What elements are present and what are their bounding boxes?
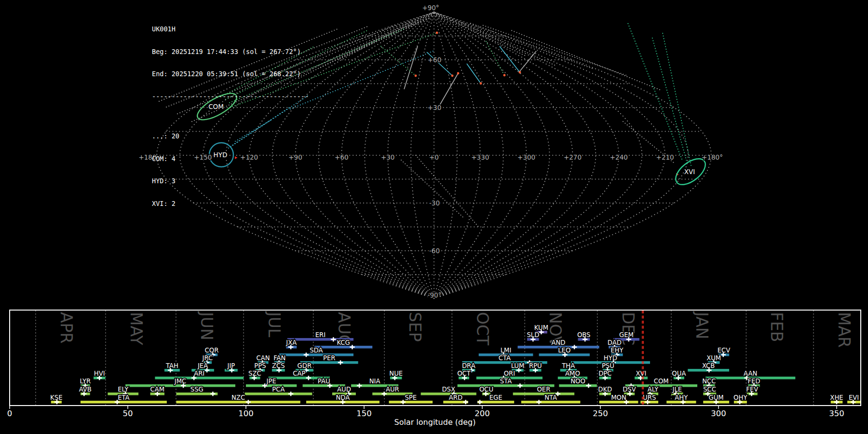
shower-label-dra: DRA [462, 362, 475, 369]
lat-label: -30 [429, 199, 440, 207]
lon-label: +300 [517, 153, 535, 161]
shower-bar-ege [477, 401, 514, 404]
header-separator: ---------------------------------------- [152, 93, 309, 101]
meteor-track [404, 46, 418, 89]
shower-label-nia: NIA [369, 378, 380, 385]
end-time: End: 20251220 05:39:51 (sol = 268.22°) [152, 70, 309, 78]
shower-bar-noo [559, 384, 597, 387]
meteor-track-endpoint [503, 74, 506, 77]
shower-label-ohy: OHY [733, 394, 747, 401]
lat-label: -60 [429, 247, 440, 255]
shower-label-scc: SCC [703, 386, 716, 393]
meteor-track [401, 160, 464, 218]
shower-label-dsx: DSX [442, 386, 455, 393]
shower-label-pau: PAU [318, 378, 330, 385]
peak-marker-ard [463, 400, 468, 404]
count-com: COM: 4 [152, 155, 309, 163]
shower-bar-mon [599, 401, 638, 404]
shower-bar-nta [521, 401, 581, 404]
peak-marker-pca [288, 392, 293, 396]
shower-bar-jmc [125, 384, 235, 387]
shower-label-avb: AVB [79, 386, 92, 393]
shower-bar-pca [245, 393, 312, 395]
shower-label-nta: NTA [544, 394, 557, 401]
month-label-jan: JAN [692, 311, 711, 339]
shower-bar-spe [389, 401, 433, 404]
meteor-track-endpoint [457, 72, 460, 75]
count-xvi: XVI: 2 [152, 200, 309, 208]
meteor-track [299, 21, 412, 78]
peak-marker-sta [517, 383, 522, 388]
shower-label-noo: NOO [570, 378, 585, 385]
meteor-track [628, 23, 682, 159]
shower-label-sda: SDA [310, 347, 323, 354]
lon-label: +0 [429, 153, 439, 161]
shower-label-tah: TAH [165, 362, 178, 369]
radiant-plot-page: UK001H Beg: 20251219 17:44:33 (sol = 267… [0, 0, 868, 434]
peak-marker-nzc [246, 400, 251, 404]
pole-label-south: -90° [428, 291, 442, 299]
month-label-sep: SEP [406, 312, 424, 342]
shower-bar-jpe [246, 384, 297, 387]
month-label-mar: MAR [835, 312, 854, 348]
shower-label-ely: ELY [118, 386, 129, 393]
shower-label-cor: COR [205, 347, 219, 354]
x-tick-label: 350 [829, 409, 844, 418]
lon-label: +210 [656, 153, 674, 161]
meteor-track [510, 30, 660, 90]
sky-map-and-activity-chart: COMHYDXVI+180+150+120+90+60+30+0+330+300… [0, 0, 868, 434]
shower-label-ahy: AHY [675, 394, 688, 401]
peak-marker-per [338, 360, 343, 365]
observation-header: UK001H Beg: 20251219 17:44:33 (sol = 267… [152, 11, 309, 222]
meteor-track-endpoint [436, 32, 438, 34]
shower-label-obs: OBS [577, 331, 591, 339]
shower-label-ari: ARI [194, 370, 204, 377]
shower-label-cap: CAP [293, 370, 305, 377]
header-gap [152, 115, 309, 118]
shower-label-tha: THA [561, 362, 575, 369]
shower-label-mon: MON [611, 394, 626, 401]
count-hyd: HYD: 3 [152, 177, 309, 185]
x-tick-label: 50 [123, 409, 133, 418]
shower-bar-com [625, 384, 698, 387]
peak-marker-noo [586, 383, 591, 388]
lat-label: +60 [428, 56, 442, 64]
shower-label-lum: LUM [511, 362, 525, 369]
month-label-jul: JUL [265, 311, 284, 338]
lon-label: +240 [610, 153, 628, 161]
shower-bar-eta [81, 401, 167, 404]
month-label-may: MAY [127, 312, 146, 345]
shower-label-urs: URS [643, 394, 656, 401]
shower-label-and: AND [551, 339, 565, 346]
shower-label-gdr: GDR [298, 362, 312, 369]
peak-marker-cap [306, 376, 311, 380]
x-tick-label: 100 [238, 409, 254, 418]
lon-label: +30 [381, 153, 395, 161]
shower-label-com: COM [654, 378, 669, 385]
shower-label-eri: ERI [315, 331, 326, 339]
count-sporadics: ...: 20 [152, 133, 309, 140]
shower-label-ssg: SSG [190, 386, 203, 393]
shower-label-jle: JLE [672, 386, 682, 393]
peak-marker-sda [304, 353, 309, 357]
shower-label-kcg: KCG [337, 339, 350, 346]
meteor-track [451, 20, 525, 55]
x-tick-label: 250 [593, 409, 608, 418]
shower-label-lmi: LMI [501, 347, 512, 354]
month-label-feb: FEB [767, 312, 786, 342]
begin-time: Beg: 20251219 17:44:33 (sol = 267.72°) [152, 48, 309, 56]
shower-label-aan: AAN [744, 370, 757, 377]
shower-label-jmc: JMC [174, 378, 186, 385]
shower-label-nzc: NZC [231, 394, 245, 401]
x-axis-title: Solar longitude (deg) [394, 418, 476, 427]
shower-bar-nzc [176, 401, 300, 404]
meteor-track [663, 33, 691, 165]
peak-marker-ege [477, 400, 482, 404]
shower-label-jip: JIP [227, 362, 235, 369]
lon-label: +60 [335, 153, 349, 161]
x-tick-label: 300 [711, 409, 726, 418]
x-tick-label: 0 [7, 409, 13, 418]
shower-label-spe: SPE [405, 394, 417, 401]
graticule-meridian [388, 12, 434, 298]
shower-label-aly: ALY [648, 386, 659, 393]
